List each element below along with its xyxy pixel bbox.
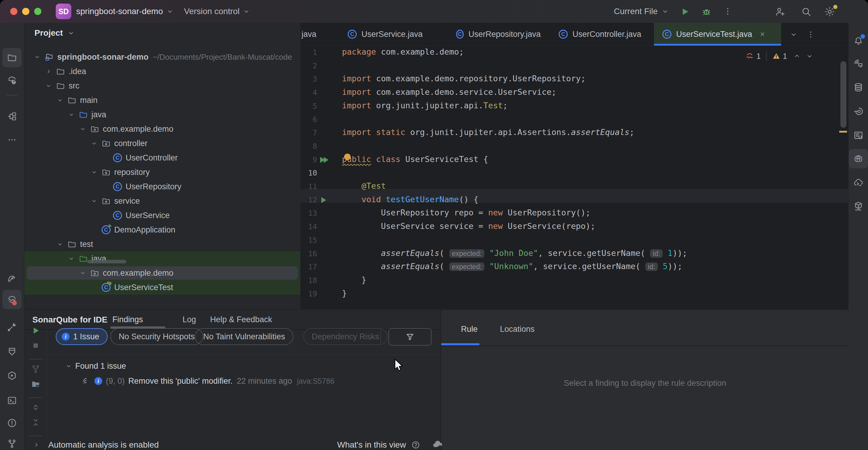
chevron-down-icon[interactable] [34, 54, 40, 60]
more-actions-icon[interactable] [723, 7, 733, 16]
tree-item-src[interactable]: src [24, 79, 300, 93]
issue-group-row[interactable]: Found 1 issue [65, 360, 126, 372]
tree-item-userservice[interactable]: CUserService [24, 208, 300, 223]
endpoints-icon[interactable] [853, 106, 864, 116]
chevron-down-icon[interactable] [68, 255, 74, 262]
sonar-walkthrough-icon[interactable]: ? [7, 75, 17, 85]
maximize-window-button[interactable] [34, 8, 41, 15]
chevron-down-icon[interactable] [91, 198, 97, 204]
filter-button[interactable] [389, 328, 432, 346]
services-icon[interactable] [7, 370, 17, 381]
editor-tab-userservice-java[interactable]: CUserService.java [339, 23, 438, 46]
problems-icon[interactable] [7, 418, 17, 428]
tree-item-demoapplication[interactable]: CDemoApplication [24, 223, 300, 237]
project-folder-icon[interactable] [7, 53, 17, 63]
filter-pill-dependency-risks[interactable]: Dependency Risks [303, 328, 388, 345]
tree-item-java[interactable]: java [24, 107, 300, 122]
editor-tab-usercontroller-java[interactable]: CUserController.java [550, 23, 644, 46]
editor-tab-java[interactable]: java [301, 23, 328, 46]
expand-all-icon[interactable] [31, 402, 40, 412]
cloud-shell-icon[interactable] [853, 177, 864, 188]
tab-help-feedback[interactable]: Help & Feedback [210, 315, 272, 324]
tree-item-repository[interactable]: repository [24, 165, 300, 179]
collapse-all-icon[interactable] [31, 418, 40, 427]
tab-findings[interactable]: Findings [113, 315, 143, 324]
project-avatar[interactable]: SD [56, 4, 71, 19]
editor-tab-userservicetest-java[interactable]: CUserServiceTest.java [654, 23, 781, 46]
run-button[interactable] [680, 7, 690, 17]
share-icon[interactable] [31, 364, 40, 374]
version-control-widget[interactable]: Version control [184, 0, 250, 23]
sonarqube-panel-title[interactable]: SonarQube for IDE [32, 315, 107, 325]
database-icon[interactable] [853, 82, 864, 92]
tools-icon[interactable] [7, 322, 17, 332]
structure-icon[interactable] [7, 111, 17, 121]
stop-icon[interactable] [31, 341, 40, 350]
tree-item-springboot-sonar-demo[interactable]: springboot-sonar-demo~/Documents/Project… [24, 50, 300, 64]
next-issue-chevron-icon[interactable] [806, 52, 813, 60]
line-number: 1 [300, 48, 317, 57]
run-configuration-widget[interactable]: Current File [614, 0, 669, 23]
chevron-down-icon[interactable] [57, 97, 63, 104]
close-window-button[interactable] [10, 8, 18, 15]
whats-in-view-row[interactable]: What's in this view [337, 439, 443, 450]
project-panel-header[interactable]: Project [34, 28, 75, 38]
code-with-me-icon[interactable] [774, 6, 785, 17]
close-icon[interactable] [759, 31, 766, 38]
build-icon[interactable] [7, 274, 17, 284]
ai-chat-icon[interactable] [853, 58, 864, 68]
cloud-settings-icon[interactable] [432, 439, 443, 450]
editor-scrollbar[interactable] [840, 61, 846, 128]
tree-item-com-example-demo[interactable]: com.example.demo [24, 122, 300, 136]
filter-pill-1-issue[interactable]: i1 Issue [56, 328, 107, 345]
documentation-icon[interactable] [853, 130, 864, 140]
shield-icon[interactable] [7, 346, 17, 357]
tree-item--idea[interactable]: .idea [24, 64, 300, 79]
version-control-icon[interactable] [7, 439, 17, 449]
tree-horizontal-scrollbar[interactable] [87, 260, 126, 263]
tab-locations[interactable]: Locations [500, 325, 535, 334]
chevron-down-icon[interactable] [80, 126, 86, 132]
tree-item-test[interactable]: test [24, 237, 300, 251]
debug-button[interactable] [701, 7, 712, 17]
terminal-icon[interactable] [7, 395, 17, 405]
tree-item-com-example-demo[interactable]: com.example.demo [24, 266, 300, 280]
tree-item-controller[interactable]: controller [24, 136, 300, 150]
filter-pill-no-taint-vulnerabilities[interactable]: No Taint Vulnerabilities [195, 328, 293, 345]
tree-item-userservicetest[interactable]: CUserServiceTest [24, 280, 300, 294]
filter-pill-no-security-hotspots[interactable]: No Security Hotspots [110, 328, 203, 345]
more-tool-windows-icon[interactable] [7, 135, 17, 145]
group-by-icon[interactable] [31, 379, 40, 389]
run-class-gutter-icon[interactable] [320, 157, 332, 163]
tab-rule[interactable]: Rule [461, 325, 478, 334]
chevron-right-icon[interactable] [45, 68, 52, 75]
analyze-play-icon[interactable] [31, 326, 40, 335]
ai-assistant-icon[interactable] [853, 153, 864, 164]
tab-log[interactable]: Log [183, 315, 196, 324]
chevron-down-icon[interactable] [57, 241, 63, 248]
chevron-down-icon[interactable] [45, 83, 52, 89]
run-test-gutter-icon[interactable] [320, 197, 332, 203]
search-everywhere-icon[interactable] [801, 6, 812, 17]
uml-icon[interactable]: UML [853, 201, 864, 211]
tree-item-userrepository[interactable]: CUserRepository [24, 179, 300, 194]
hidden-tabs-chevron-icon[interactable] [789, 30, 798, 39]
chevron-down-icon[interactable] [80, 270, 86, 276]
inspections-widget[interactable]: 1 1 [745, 50, 813, 62]
tree-item-main[interactable]: main [24, 93, 300, 107]
issue-row[interactable]: i (9, 0) Remove this 'public' modifier. … [82, 375, 335, 387]
editor-tab-userrepository-java[interactable]: CUserRepository.java [448, 23, 541, 46]
project-widget[interactable]: springboot-sonar-demo [76, 0, 174, 23]
tree-item-java[interactable]: java [24, 251, 300, 266]
previous-issue-chevron-icon[interactable] [793, 52, 801, 60]
tab-options-icon[interactable] [806, 30, 815, 39]
auto-analysis-row[interactable]: Automatic analysis is enabled [33, 439, 159, 450]
help-question-icon[interactable] [411, 441, 420, 449]
tree-item-service[interactable]: service [24, 194, 300, 208]
chevron-down-icon[interactable] [91, 169, 97, 175]
chevron-down-icon[interactable] [68, 111, 74, 118]
chevron-down-icon[interactable] [91, 140, 97, 147]
tree-item-usercontroller[interactable]: CUserController [24, 150, 300, 165]
warning-stripe-mark[interactable] [839, 131, 847, 133]
minimize-window-button[interactable] [22, 8, 29, 15]
